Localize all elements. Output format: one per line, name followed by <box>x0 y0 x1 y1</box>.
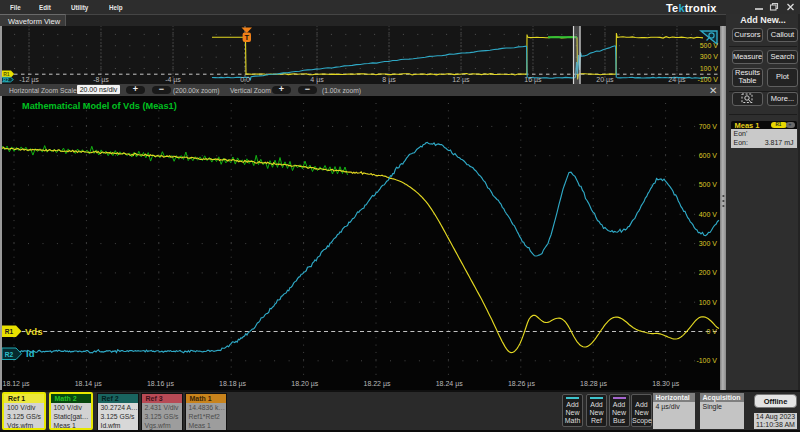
svg-text:300 V: 300 V <box>700 53 719 60</box>
svg-text:600 V: 600 V <box>699 152 718 159</box>
svg-text:R1: R1 <box>3 71 10 77</box>
svg-text:100 V: 100 V <box>699 299 718 306</box>
svg-text:18.26 µs: 18.26 µs <box>508 380 535 388</box>
svg-text:400 V: 400 V <box>699 211 718 218</box>
svg-text:T: T <box>245 33 250 42</box>
svg-text:Vds: Vds <box>25 326 42 337</box>
svg-text:R2: R2 <box>3 78 9 83</box>
svg-text:18.28 µs: 18.28 µs <box>580 380 607 388</box>
svg-text:18.18 µs: 18.18 µs <box>219 380 246 388</box>
svg-text:100 V: 100 V <box>700 65 719 72</box>
svg-text:-100 V: -100 V <box>697 76 718 83</box>
svg-text:0.0: 0.0 <box>240 76 250 83</box>
svg-text:R1: R1 <box>5 328 14 335</box>
svg-text:18.14 µs: 18.14 µs <box>75 380 102 388</box>
svg-text:18.16 µs: 18.16 µs <box>147 380 174 388</box>
svg-text:18.24 µs: 18.24 µs <box>436 380 463 388</box>
svg-text:18.12 µs: 18.12 µs <box>3 380 30 388</box>
svg-text:-4 µs: -4 µs <box>165 76 181 84</box>
svg-text:24 µs: 24 µs <box>668 76 686 84</box>
svg-text:4 µs: 4 µs <box>310 76 324 84</box>
svg-text:500 V: 500 V <box>699 181 718 188</box>
svg-text:-100 V: -100 V <box>696 357 717 364</box>
svg-text:12 µs: 12 µs <box>452 76 470 84</box>
svg-text:-8 µs: -8 µs <box>93 76 109 84</box>
svg-text:8 µs: 8 µs <box>382 76 396 84</box>
svg-text:200 V: 200 V <box>699 269 718 276</box>
svg-text:18.20 µs: 18.20 µs <box>291 380 318 388</box>
svg-text:R2: R2 <box>5 351 14 358</box>
svg-text:300 V: 300 V <box>699 240 718 247</box>
svg-text:18.22 µs: 18.22 µs <box>364 380 391 388</box>
svg-text:Id: Id <box>26 348 35 359</box>
svg-text:20 µs: 20 µs <box>596 76 614 84</box>
svg-text:500 V: 500 V <box>700 42 719 49</box>
svg-text:0 V: 0 V <box>706 328 717 335</box>
svg-text:-12 µs: -12 µs <box>19 76 39 84</box>
svg-text:700 V: 700 V <box>699 123 718 130</box>
svg-text:16 µs: 16 µs <box>524 76 542 84</box>
svg-text:18.30 µs: 18.30 µs <box>652 380 679 388</box>
svg-text:Mathematical Model of Vds (Mea: Mathematical Model of Vds (Meas1) <box>22 101 177 111</box>
